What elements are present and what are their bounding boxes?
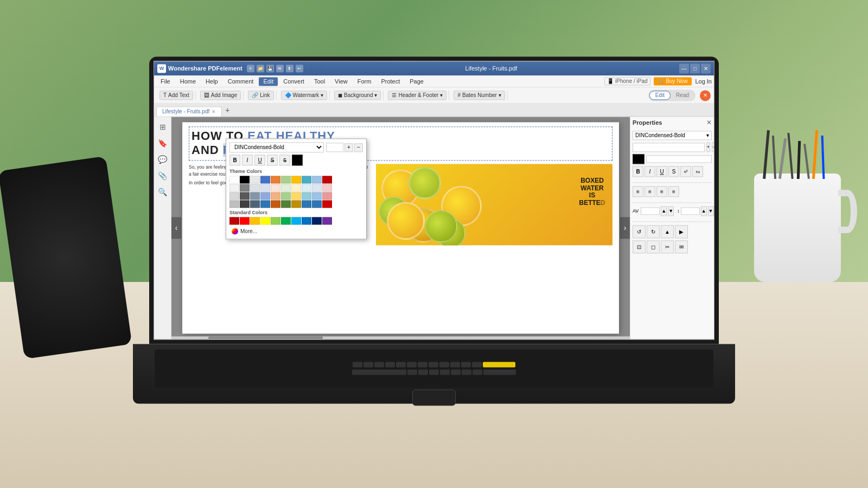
key[interactable] (472, 362, 482, 367)
std-darkblue[interactable] (312, 217, 322, 224)
key[interactable] (353, 362, 362, 367)
sidebar-attachments-icon[interactable]: 📎 (157, 170, 169, 182)
trackpad[interactable] (412, 389, 456, 406)
panel-font-size-increase-btn[interactable]: + (706, 142, 710, 152)
key[interactable] (483, 369, 516, 375)
cp-color-r3-1[interactable] (229, 192, 239, 200)
read-toggle-option[interactable]: Read (671, 91, 694, 99)
sidebar-bookmarks-icon[interactable]: 🔖 (157, 137, 169, 149)
cp-color-r4-3[interactable] (250, 200, 260, 208)
panel-color-input[interactable]: 231/20 (646, 155, 712, 163)
cp-color-r4-4[interactable] (260, 200, 270, 208)
panel-subscript-btn[interactable]: x₂ (692, 166, 703, 177)
menu-convert[interactable]: Convert (279, 77, 309, 86)
key[interactable] (374, 362, 384, 367)
next-page-btn[interactable]: › (620, 217, 630, 239)
cp-italic-btn[interactable]: I (242, 155, 253, 165)
panel-bold-btn[interactable]: B (633, 166, 643, 177)
std-red-dark[interactable] (229, 217, 239, 224)
cp-color-r3-5[interactable] (271, 192, 280, 200)
key[interactable] (462, 369, 471, 375)
key[interactable] (439, 362, 449, 367)
panel-align-center-btn[interactable]: ≡ (644, 186, 655, 197)
panel-char-spacing-down[interactable]: ▼ (668, 206, 674, 216)
cp-color-r4-2[interactable] (240, 200, 250, 208)
panel-align-right-btn[interactable]: ≡ (656, 186, 667, 197)
std-purple[interactable] (322, 217, 332, 224)
std-green[interactable] (281, 217, 291, 224)
cp-color-r2-3[interactable] (250, 184, 260, 191)
panel-img-btn-1[interactable]: ⊡ (633, 240, 646, 253)
background-btn[interactable]: ◼ Background▾ (334, 91, 381, 100)
cp-color-white[interactable] (229, 176, 239, 183)
cp-color-r3-7[interactable] (291, 192, 301, 200)
panel-flip-up-btn[interactable]: ▲ (661, 225, 674, 238)
cp-color-yellow[interactable] (291, 176, 301, 183)
cp-color-r3-2[interactable] (240, 192, 250, 200)
panel-rotate-right-btn[interactable]: ↻ (647, 225, 660, 238)
key[interactable] (451, 369, 461, 375)
key[interactable] (363, 362, 373, 367)
add-image-btn[interactable]: 🖼 Add Image (200, 91, 241, 100)
sidebar-comments-icon[interactable]: 💬 (157, 153, 169, 165)
panel-color-swatch[interactable] (633, 154, 644, 164)
panel-line-spacing-input[interactable]: 0 (681, 207, 700, 215)
panel-line-spacing-down[interactable]: ▼ (708, 206, 714, 216)
panel-char-spacing-up[interactable]: ▲ (661, 206, 667, 216)
close-btn[interactable]: ✕ (701, 63, 711, 73)
add-text-btn[interactable]: T Add Text (159, 91, 193, 100)
cp-strikethrough2-btn[interactable]: S̶ (279, 155, 290, 165)
buy-now-btn[interactable]: 🛒 Buy Now (654, 77, 692, 85)
cp-color-r4-9[interactable] (312, 200, 322, 208)
panel-rotate-left-btn[interactable]: ↺ (633, 225, 646, 238)
panel-strikethrough-btn[interactable]: S (668, 166, 679, 177)
cp-color-r4-5[interactable] (271, 200, 280, 208)
cp-more-btn[interactable]: More... (229, 227, 363, 235)
edit-toggle-option[interactable]: Edit (649, 91, 671, 100)
cp-font-size-input[interactable]: 60 (326, 143, 343, 152)
std-red[interactable] (240, 217, 250, 224)
key[interactable] (429, 369, 439, 375)
std-green-light[interactable] (271, 217, 280, 224)
tb-ctrl-2[interactable]: 📁 (257, 65, 264, 72)
std-yellow[interactable] (260, 217, 270, 224)
cp-color-r4-10[interactable] (322, 200, 332, 208)
cp-size-increase-btn[interactable]: + (344, 143, 353, 152)
cp-font-select[interactable]: DINCondensed-Bold (229, 142, 324, 152)
key[interactable] (385, 362, 395, 367)
cp-color-r2-4[interactable] (260, 184, 270, 191)
cp-color-r4-6[interactable] (281, 200, 291, 208)
maximize-btn[interactable]: □ (690, 63, 700, 73)
tab-add-btn[interactable]: + (222, 104, 233, 116)
panel-font-size-input[interactable]: 60 (633, 143, 705, 152)
cp-color-r4-8[interactable] (302, 200, 311, 208)
panel-underline-btn[interactable]: U (656, 166, 667, 177)
key[interactable] (418, 362, 427, 367)
cp-color-r2-7[interactable] (291, 184, 301, 191)
panel-font-size-decrease-btn[interactable]: − (712, 142, 714, 152)
cp-color-black[interactable] (240, 176, 250, 183)
cp-color-light[interactable] (250, 176, 260, 183)
header-footer-btn[interactable]: ☰ Header & Footer▾ (388, 91, 446, 100)
tb-ctrl-4[interactable]: ✉ (276, 65, 284, 72)
panel-align-left-btn[interactable]: ≡ (633, 186, 643, 197)
toolbar-close-btn[interactable]: ✕ (700, 90, 711, 101)
current-tab[interactable]: Lifestyle - Fruits.pdf ✕ (156, 106, 222, 116)
cp-color-r2-2[interactable] (240, 184, 250, 191)
panel-line-spacing-up[interactable]: ▲ (701, 206, 707, 216)
cp-color-r2-1[interactable] (229, 184, 239, 191)
key[interactable] (407, 362, 417, 367)
cp-color-r3-8[interactable] (302, 192, 311, 200)
menu-tool[interactable]: Tool (310, 77, 329, 86)
cp-color-green-light[interactable] (281, 176, 291, 183)
iphone-ipad-btn[interactable]: 📱 iPhone / iPad (604, 77, 650, 85)
tab-close-btn[interactable]: ✕ (212, 109, 216, 114)
cp-color-r2-5[interactable] (271, 184, 280, 191)
menu-edit[interactable]: Edit (259, 77, 278, 86)
key[interactable] (429, 362, 438, 367)
menu-file[interactable]: File (156, 77, 175, 86)
key[interactable] (473, 369, 482, 375)
panel-font-select[interactable]: DINCondensed-Bold ▾ (633, 131, 712, 140)
cp-color-orange[interactable] (271, 176, 280, 183)
menu-protect[interactable]: Protect (376, 77, 404, 86)
